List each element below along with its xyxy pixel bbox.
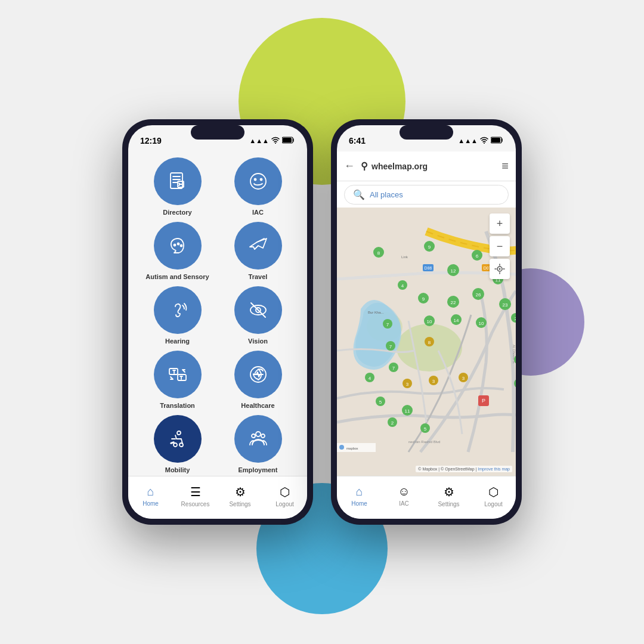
- settings-icon-1: ⚙: [235, 485, 246, 499]
- app-label-travel: Travel: [249, 273, 268, 280]
- svg-text:7: 7: [386, 322, 389, 327]
- app-item-translation[interactable]: Translation: [140, 351, 215, 409]
- app-item-iac[interactable]: IAC: [221, 157, 295, 216]
- svg-point-31: [256, 432, 261, 436]
- app-item-vision[interactable]: Vision: [221, 286, 295, 345]
- app-label-autism: Autism and Sensory: [145, 273, 209, 280]
- app-label-iac: IAC: [252, 209, 264, 216]
- tab-label-logout-1: Logout: [275, 501, 294, 507]
- svg-text:11: 11: [405, 408, 410, 414]
- svg-rect-20: [178, 374, 186, 380]
- svg-text:12: 12: [451, 268, 456, 274]
- browser-menu-button[interactable]: ≡: [501, 159, 509, 173]
- svg-text:10: 10: [427, 319, 432, 324]
- phone-2: 6:41 ▲▲▲: [331, 119, 522, 525]
- improve-map-link[interactable]: Improve this map: [478, 467, 510, 471]
- map-search-bar: 🔍 All places: [337, 181, 516, 208]
- app-label-hearing: Hearing: [165, 338, 190, 345]
- svg-text:D86: D86: [425, 266, 432, 270]
- app-icon-directory: [154, 157, 202, 205]
- svg-text:Bur Kha...: Bur Kha...: [368, 311, 384, 314]
- map-svg: Al Ohood S. Al Khail R. Al Asayel S. ned…: [337, 208, 516, 476]
- svg-point-12: [174, 244, 175, 246]
- svg-text:10: 10: [479, 321, 484, 326]
- app-icon-vision: [234, 286, 282, 334]
- tab-settings-1[interactable]: ⚙ Settings: [218, 485, 262, 507]
- logout-icon-2: ⬡: [488, 485, 499, 499]
- app-item-healthcare[interactable]: Healthcare: [221, 351, 295, 409]
- svg-text:mapbox: mapbox: [346, 447, 358, 450]
- tab-logout-1[interactable]: ⬡ Logout: [262, 485, 307, 507]
- search-text: All places: [370, 190, 403, 199]
- svg-point-11: [260, 179, 262, 181]
- svg-point-33: [261, 434, 265, 438]
- map-area[interactable]: Al Ohood S. Al Khail R. Al Asayel S. ned…: [337, 208, 516, 476]
- svg-text:6: 6: [476, 253, 479, 259]
- app-icon-healthcare: [234, 351, 282, 398]
- tab-label-iac-2: IAC: [399, 500, 409, 507]
- svg-text:9: 9: [422, 296, 425, 302]
- tab-bar-1: ⌂ Home ☰ Resources ⚙ Settings ⬡ Logout: [128, 476, 307, 519]
- tab-home-2[interactable]: ⌂ Home: [337, 485, 382, 507]
- svg-text:5: 5: [424, 426, 427, 432]
- map-controls: + −: [490, 213, 510, 279]
- settings-icon-2: ⚙: [444, 485, 454, 499]
- app-icon-iac: [234, 157, 282, 205]
- attribution-text: © Mapbox | © OpenStreetMap |: [418, 467, 478, 471]
- tab-label-resources: Resources: [181, 501, 210, 507]
- svg-text:8: 8: [428, 340, 431, 345]
- tab-logout-2[interactable]: ⬡ Logout: [471, 485, 516, 507]
- status-time-2: 6:41: [349, 136, 366, 145]
- app-label-directory: Directory: [163, 209, 191, 216]
- app-grid: Directory IAC: [140, 157, 295, 473]
- app-item-employment[interactable]: Employment: [221, 415, 295, 473]
- svg-text:7: 7: [389, 344, 392, 349]
- svg-text:9: 9: [428, 244, 431, 250]
- app-item-autism[interactable]: Autism and Sensory: [140, 222, 215, 280]
- svg-rect-19: [169, 369, 178, 374]
- svg-point-28: [174, 443, 177, 447]
- tab-label-logout-2: Logout: [484, 501, 503, 507]
- logout-icon-1: ⬡: [280, 485, 290, 499]
- tab-iac-2[interactable]: ☺ IAC: [382, 485, 426, 507]
- iac-icon-2: ☺: [398, 485, 410, 499]
- notch-1: [191, 125, 244, 140]
- wifi-icon-1: [271, 137, 280, 145]
- zoom-out-button[interactable]: −: [490, 236, 510, 256]
- locate-button[interactable]: [490, 259, 510, 279]
- tab-home-1[interactable]: ⌂ Home: [128, 485, 173, 507]
- svg-text:14: 14: [454, 318, 459, 323]
- svg-text:3: 3: [432, 379, 435, 384]
- svg-text:7: 7: [392, 366, 395, 371]
- tab-bar-2: ⌂ Home ☺ IAC ⚙ Settings ⬡ Logout: [337, 476, 516, 519]
- app-icon-mobility: [154, 415, 202, 463]
- svg-text:4: 4: [401, 283, 404, 289]
- search-pill[interactable]: 🔍 All places: [344, 185, 509, 205]
- app-grid-container: Directory IAC: [128, 151, 307, 476]
- app-icon-employment: [234, 415, 282, 463]
- tab-label-home-2: Home: [351, 500, 367, 507]
- app-label-mobility: Mobility: [165, 466, 190, 473]
- app-item-hearing[interactable]: Hearing: [140, 286, 215, 345]
- svg-point-109: [339, 445, 344, 450]
- app-icon-autism: [154, 222, 202, 270]
- phone-2-screen: 6:41 ▲▲▲: [337, 125, 516, 519]
- app-item-directory[interactable]: Directory: [140, 157, 215, 216]
- app-item-mobility[interactable]: Mobility: [140, 415, 215, 473]
- app-label-healthcare: Healthcare: [241, 402, 274, 409]
- svg-text:3: 3: [462, 376, 465, 381]
- phone-1: 12:19 ▲▲▲: [122, 119, 313, 525]
- app-icon-translation: [154, 351, 202, 398]
- tab-settings-2[interactable]: ⚙ Settings: [426, 485, 471, 507]
- tab-resources[interactable]: ☰ Resources: [173, 485, 218, 507]
- zoom-in-button[interactable]: +: [490, 213, 510, 234]
- svg-rect-2: [283, 138, 292, 143]
- back-button[interactable]: ←: [344, 160, 355, 172]
- phones-container: 12:19 ▲▲▲: [122, 119, 522, 525]
- app-label-translation: Translation: [160, 402, 195, 409]
- svg-text:2: 2: [391, 420, 394, 426]
- svg-point-13: [177, 243, 179, 245]
- svg-text:Link: Link: [401, 255, 408, 259]
- battery-icon-2: [491, 137, 504, 145]
- app-item-travel[interactable]: Travel: [221, 222, 295, 280]
